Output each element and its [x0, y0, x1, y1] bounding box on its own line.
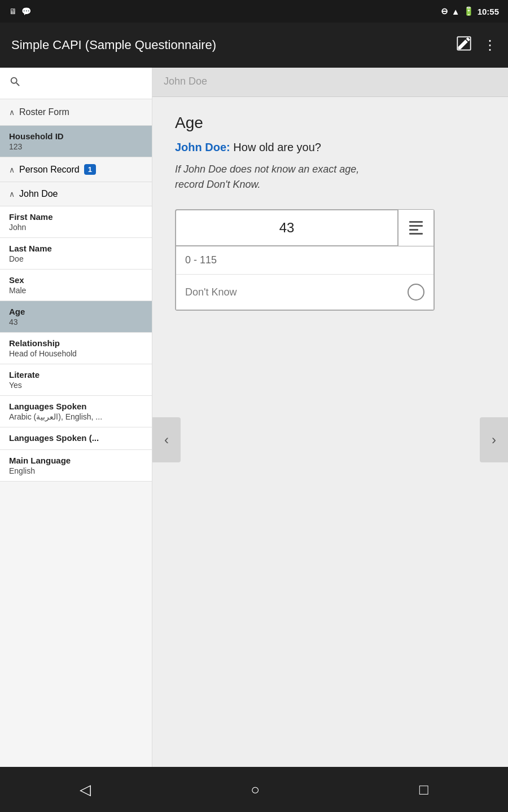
- age-label: Age: [9, 307, 143, 316]
- person-record-label: Person Record: [19, 165, 80, 175]
- sidebar-item-first-name[interactable]: First Name John: [0, 206, 152, 238]
- home-nav-button[interactable]: ○: [251, 781, 260, 798]
- more-options-icon[interactable]: ⋮: [483, 37, 497, 53]
- sidebar: ∧ Roster Form Household ID 123 ∧ Person …: [0, 68, 152, 812]
- person-record-badge: 1: [84, 164, 96, 175]
- list-line-4: [409, 233, 423, 235]
- dont-know-row[interactable]: Don't Know: [176, 275, 433, 310]
- dont-know-radio[interactable]: [408, 284, 424, 301]
- roster-form-section[interactable]: ∧ Roster Form: [0, 99, 152, 126]
- household-id-label: Household ID: [9, 131, 143, 141]
- answer-input-container: 0 - 115 Don't Know: [175, 209, 435, 311]
- first-name-value: John: [9, 223, 143, 232]
- range-hint: 0 - 115: [176, 246, 433, 275]
- wifi-icon: ▲: [452, 7, 460, 16]
- relationship-value: Head of Household: [9, 349, 143, 358]
- dont-know-label: Don't Know: [185, 286, 237, 298]
- back-nav-button[interactable]: ◁: [80, 781, 91, 798]
- app-title: Simple CAPI (Sample Questionnaire): [11, 38, 216, 52]
- literate-label: Literate: [9, 370, 143, 379]
- search-input[interactable]: [27, 78, 143, 89]
- sidebar-item-languages-spoken-2[interactable]: Languages Spoken (...: [0, 427, 152, 450]
- question-content: Age John Doe: How old are you? If John D…: [152, 97, 508, 812]
- nav-next-button[interactable]: ›: [480, 417, 508, 462]
- languages-spoken-label: Languages Spoken: [9, 401, 143, 411]
- hint-line2: record Don't Know.: [175, 179, 261, 190]
- status-bar: 🖥 💬 ⊖ ▲ 🔋 10:55: [0, 0, 508, 23]
- sidebar-item-relationship[interactable]: Relationship Head of Household: [0, 333, 152, 364]
- sidebar-item-sex[interactable]: Sex Male: [0, 270, 152, 301]
- clock: 10:55: [478, 7, 499, 16]
- notification-icon: 💬: [21, 7, 31, 16]
- person-record-section[interactable]: ∧ Person Record 1: [0, 157, 152, 182]
- app-toolbar: Simple CAPI (Sample Questionnaire) ⋮: [0, 23, 508, 68]
- recents-nav-button[interactable]: □: [419, 781, 428, 798]
- nav-prev-button[interactable]: ‹: [152, 417, 181, 462]
- sex-label: Sex: [9, 275, 143, 285]
- person-name-bar: John Doe: [152, 68, 508, 97]
- main-language-value: English: [9, 466, 143, 475]
- search-bar[interactable]: [0, 68, 152, 99]
- person-name-display: John Doe: [164, 76, 207, 87]
- list-line-2: [409, 225, 423, 227]
- question-prompt-text: How old are you?: [233, 141, 321, 153]
- sidebar-item-age[interactable]: Age 43: [0, 301, 152, 333]
- chevron-up-icon-3: ∧: [9, 189, 15, 198]
- relationship-label: Relationship: [9, 338, 143, 348]
- sidebar-item-literate[interactable]: Literate Yes: [0, 364, 152, 396]
- languages-spoken-value: Arabic (العربية), English, ...: [9, 412, 143, 421]
- age-input[interactable]: [176, 210, 397, 245]
- status-bar-left: 🖥 💬: [9, 7, 31, 16]
- sex-value: Male: [9, 286, 143, 295]
- john-doe-label: John Doe: [19, 189, 58, 199]
- sidebar-item-main-language[interactable]: Main Language English: [0, 450, 152, 482]
- languages-spoken-2-label: Languages Spoken (...: [9, 433, 143, 443]
- question-hint: If John Doe does not know an exact age, …: [175, 162, 485, 192]
- list-lines-icon: [409, 221, 423, 235]
- sidebar-item-household-id[interactable]: Household ID 123: [0, 126, 152, 157]
- literate-value: Yes: [9, 381, 143, 390]
- last-name-label: Last Name: [9, 244, 143, 253]
- screen-icon: 🖥: [9, 7, 17, 16]
- john-doe-section[interactable]: ∧ John Doe: [0, 182, 152, 206]
- edit-icon[interactable]: [456, 36, 472, 55]
- question-prompt: John Doe: How old are you?: [175, 141, 485, 154]
- battery-icon: 🔋: [463, 6, 474, 16]
- age-value: 43: [9, 317, 143, 326]
- toolbar-icons: ⋮: [456, 36, 497, 55]
- number-input-row: [176, 210, 433, 246]
- list-line-1: [409, 221, 423, 223]
- household-id-value: 123: [9, 142, 143, 151]
- chevron-up-icon-2: ∧: [9, 165, 15, 174]
- status-bar-right: ⊖ ▲ 🔋 10:55: [441, 6, 499, 16]
- search-icon: [9, 76, 21, 91]
- question-title: Age: [175, 114, 485, 132]
- main-layout: ∧ Roster Form Household ID 123 ∧ Person …: [0, 68, 508, 812]
- hint-line1: If John Doe does not know an exact age,: [175, 164, 359, 175]
- bottom-nav-bar: ◁ ○ □: [0, 767, 508, 812]
- list-line-3: [409, 229, 418, 231]
- range-label: 0 - 115: [185, 254, 217, 266]
- roster-form-label: Roster Form: [19, 107, 69, 117]
- sidebar-item-languages-spoken[interactable]: Languages Spoken Arabic (العربية), Engli…: [0, 396, 152, 427]
- last-name-value: Doe: [9, 254, 143, 263]
- question-person-name: John Doe:: [175, 141, 230, 153]
- list-icon-button[interactable]: [397, 210, 433, 246]
- do-not-disturb-icon: ⊖: [441, 6, 448, 16]
- main-language-label: Main Language: [9, 456, 143, 465]
- first-name-label: First Name: [9, 212, 143, 222]
- content-area: John Doe ‹ Age John Doe: How old are you…: [152, 68, 508, 812]
- chevron-up-icon: ∧: [9, 108, 15, 117]
- sidebar-item-last-name[interactable]: Last Name Doe: [0, 238, 152, 270]
